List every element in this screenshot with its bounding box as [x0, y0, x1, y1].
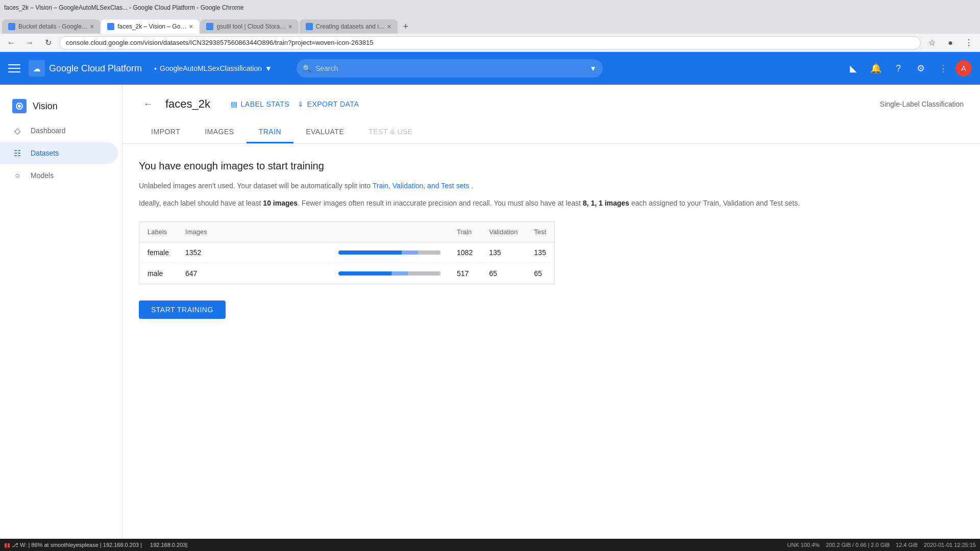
project-name: GoogleAutoMLSexClassification — [160, 64, 262, 72]
browser-tab-tab3[interactable]: gsutil tool | Cloud Storag... × — [200, 19, 298, 34]
tab-close-button[interactable]: × — [189, 22, 193, 31]
desc2-mid: . Fewer images often result in inaccurat… — [298, 199, 583, 207]
more-options-button[interactable]: ⋮ — [933, 58, 953, 79]
tab-label: gsutil tool | Cloud Storag... — [216, 23, 288, 30]
description-1-start: Unlabeled images aren't used. Your datas… — [139, 182, 371, 190]
table-row: female 1352 1082 135 135 — [139, 242, 555, 263]
status-red-indicator: ▮▮ — [4, 542, 10, 548]
hamburger-menu[interactable] — [8, 62, 20, 74]
back-nav-button[interactable]: ← — [4, 36, 18, 50]
vision-product-icon — [12, 99, 27, 113]
test-count-cell: 65 — [526, 263, 554, 284]
page-header: ← faces_2k ▤ LABEL STATS ⇓ EXPORT DATA S… — [122, 85, 980, 144]
export-data-button[interactable]: ⇓ EXPORT DATA — [298, 100, 359, 108]
train-count-cell: 517 — [449, 263, 481, 284]
forward-nav-button[interactable]: → — [22, 36, 37, 50]
bookmark-button[interactable]: ☆ — [925, 36, 939, 50]
progress-bar-cell — [330, 263, 449, 284]
reload-button[interactable]: ↻ — [41, 36, 55, 50]
train-segment — [338, 251, 402, 255]
dashboard-icon: ◇ — [12, 126, 22, 136]
project-selector[interactable]: ▪ GoogleAutoMLSexClassification ▼ — [150, 62, 276, 74]
description-1-end: . — [471, 182, 473, 190]
status-disk: 12.4 GiB — [896, 542, 918, 548]
desc2-end: each assigned to your Train, Validation … — [629, 199, 800, 207]
col-images: Images — [177, 221, 330, 242]
browser-tab-tab4[interactable]: Creating datasets and im... × — [300, 19, 398, 34]
browser-tab-tab1[interactable]: Bucket details - GoogleAu... × — [2, 19, 100, 34]
validation-segment — [391, 271, 408, 276]
tab-favicon — [306, 23, 313, 30]
models-icon: ○ — [12, 170, 22, 181]
desc2-bold2: 8, 1, 1 images — [583, 199, 629, 207]
gcp-logo: ☁ Google Cloud Platform — [29, 60, 142, 77]
new-tab-button[interactable]: + — [399, 19, 413, 34]
status-unk: UNK 100.4% — [787, 542, 820, 548]
page-tabs: IMPORT IMAGES TRAIN EVALUATE TEST & USE — [139, 121, 964, 143]
browser-menu-button[interactable]: ⋮ — [962, 36, 976, 50]
settings-button[interactable]: ⚙ — [911, 58, 931, 79]
label-stats-label: LABEL STATS — [241, 100, 290, 108]
cloud-shell-button[interactable]: ◣ — [843, 58, 864, 79]
tab-close-button[interactable]: × — [288, 22, 292, 31]
sidebar-dashboard-label: Dashboard — [31, 127, 66, 135]
tab-evaluate[interactable]: EVALUATE — [293, 121, 356, 143]
progress-bar-container — [338, 271, 440, 276]
status-bar-right: UNK 100.4% 200.2 GiB / 0.66 | 2.0 GiB 12… — [787, 542, 976, 548]
unused-segment — [408, 271, 440, 276]
sidebar: Vision ◇ Dashboard ☷ Datasets ○ Models — [0, 85, 122, 539]
notifications-button[interactable]: 🔔 — [866, 58, 886, 79]
tab-train[interactable]: TRAIN — [247, 121, 294, 143]
label-stats-button[interactable]: ▤ LABEL STATS — [231, 100, 289, 108]
address-bar: ← → ↻ ☆ ● ⋮ — [0, 34, 980, 52]
progress-bar-container — [338, 251, 440, 255]
classification-type: Single-Label Classification — [880, 100, 964, 108]
main-layout: Vision ◇ Dashboard ☷ Datasets ○ Models ←… — [0, 85, 980, 539]
images-count-cell: 647 — [177, 263, 330, 284]
global-search-bar[interactable]: 🔍 ▼ — [297, 59, 603, 78]
train-validation-test-link[interactable]: Train, Validation, and Test sets — [373, 182, 470, 190]
tab-close-button[interactable]: × — [90, 22, 94, 31]
gcp-navbar: ☁ Google Cloud Platform ▪ GoogleAutoMLSe… — [0, 52, 980, 85]
progress-bar-cell — [330, 242, 449, 263]
col-validation: Validation — [481, 221, 526, 242]
url-input[interactable] — [59, 36, 921, 49]
back-button[interactable]: ← — [139, 95, 157, 113]
tab-favicon — [206, 23, 213, 30]
navbar-actions: ◣ 🔔 ? ⚙ ⋮ A — [843, 58, 972, 79]
gcp-logo-text: Google Cloud Platform — [49, 63, 142, 74]
browser-tab-tab2[interactable]: faces_2k – Vision – Goog... × — [101, 19, 199, 34]
tab-test-use: TEST & USE — [356, 121, 425, 143]
help-button[interactable]: ? — [888, 58, 909, 79]
progress-bar — [338, 251, 440, 255]
datasets-icon: ☷ — [12, 148, 22, 158]
tab-label: Bucket details - GoogleAu... — [18, 23, 90, 30]
window-title: faces_2k – Vision – GoogleAutoMLSexClas.… — [4, 4, 243, 11]
status-address: 192.168.0.203| — [150, 542, 187, 548]
label-cell: male — [139, 263, 178, 284]
sidebar-item-models[interactable]: ○ Models — [0, 164, 118, 187]
progress-bar — [338, 271, 440, 276]
start-training-button[interactable]: START TRAINING — [139, 300, 226, 319]
project-dropdown-icon: ▼ — [265, 64, 272, 72]
status-left-text: ⎇ W: | 86% at smoothleyesplease | 192.16… — [12, 542, 142, 548]
test-count-cell: 135 — [526, 242, 554, 263]
content-heading: You have enough images to start training — [139, 160, 964, 172]
desc2-bold1: 10 images — [263, 199, 298, 207]
tab-images[interactable]: IMAGES — [192, 121, 246, 143]
tab-import[interactable]: IMPORT — [139, 121, 192, 143]
export-icon: ⇓ — [298, 100, 304, 108]
account-menu-button[interactable]: ● — [943, 36, 958, 50]
col-train: Train — [449, 221, 481, 242]
page-content: You have enough images to start training… — [122, 144, 980, 335]
validation-segment — [402, 251, 418, 255]
sidebar-item-datasets[interactable]: ☷ Datasets — [0, 142, 118, 164]
search-input[interactable] — [315, 64, 585, 72]
bar-chart-icon: ▤ — [231, 100, 238, 108]
account-avatar[interactable]: A — [955, 60, 972, 77]
sidebar-item-dashboard[interactable]: ◇ Dashboard — [0, 119, 118, 142]
images-count-cell: 1352 — [177, 242, 330, 263]
col-bar — [330, 221, 449, 242]
tab-close-button[interactable]: × — [387, 22, 391, 31]
browser-tabs: Bucket details - GoogleAu... × faces_2k … — [0, 15, 980, 34]
